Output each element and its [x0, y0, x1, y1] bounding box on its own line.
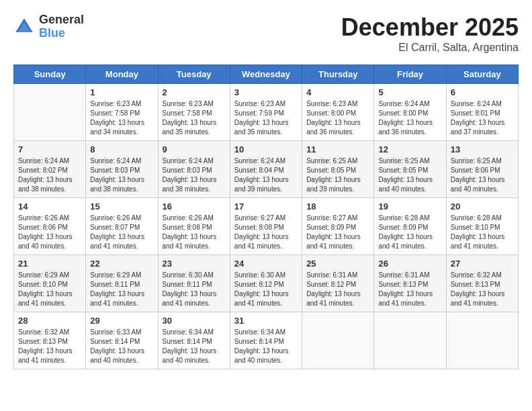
- calendar-cell: 26Sunrise: 6:31 AMSunset: 8:13 PMDayligh…: [374, 255, 446, 312]
- day-number: 14: [18, 201, 81, 212]
- day-info: Sunrise: 6:27 AMSunset: 8:09 PMDaylight:…: [306, 214, 369, 251]
- calendar-title: December 2025: [341, 13, 519, 42]
- day-info: Sunrise: 6:25 AMSunset: 8:06 PMDaylight:…: [451, 156, 514, 194]
- day-number: 22: [90, 259, 153, 269]
- weekday-header-saturday: Saturday: [446, 65, 518, 84]
- day-number: 4: [306, 87, 369, 97]
- day-info: Sunrise: 6:23 AMSunset: 7:59 PMDaylight:…: [234, 99, 298, 137]
- day-number: 25: [306, 259, 369, 269]
- calendar-cell: 15Sunrise: 6:26 AMSunset: 8:07 PMDayligh…: [86, 198, 158, 255]
- calendar-week-3: 14Sunrise: 6:26 AMSunset: 8:06 PMDayligh…: [14, 198, 519, 255]
- day-number: 21: [18, 259, 81, 269]
- day-info: Sunrise: 6:34 AMSunset: 8:14 PMDaylight:…: [234, 328, 298, 365]
- day-number: 8: [90, 144, 153, 154]
- day-number: 29: [90, 316, 153, 326]
- calendar-week-1: 1Sunrise: 6:23 AMSunset: 7:58 PMDaylight…: [14, 84, 519, 141]
- day-number: 12: [378, 144, 441, 154]
- calendar-cell: 29Sunrise: 6:33 AMSunset: 8:14 PMDayligh…: [86, 312, 158, 369]
- calendar-week-5: 28Sunrise: 6:32 AMSunset: 8:13 PMDayligh…: [14, 312, 519, 369]
- calendar-cell: 21Sunrise: 6:29 AMSunset: 8:10 PMDayligh…: [14, 255, 86, 312]
- day-info: Sunrise: 6:24 AMSunset: 8:03 PMDaylight:…: [90, 156, 153, 194]
- day-info: Sunrise: 6:27 AMSunset: 8:08 PMDaylight:…: [234, 214, 298, 251]
- day-info: Sunrise: 6:29 AMSunset: 8:11 PMDaylight:…: [90, 271, 153, 308]
- day-number: 2: [163, 87, 226, 97]
- calendar-cell: 1Sunrise: 6:23 AMSunset: 7:58 PMDaylight…: [86, 84, 158, 141]
- day-info: Sunrise: 6:30 AMSunset: 8:12 PMDaylight:…: [234, 271, 298, 308]
- calendar-cell: 2Sunrise: 6:23 AMSunset: 7:58 PMDaylight…: [158, 84, 230, 141]
- day-info: Sunrise: 6:23 AMSunset: 7:58 PMDaylight:…: [90, 99, 153, 137]
- logo-icon: [13, 16, 35, 38]
- day-info: Sunrise: 6:23 AMSunset: 8:00 PMDaylight:…: [306, 99, 369, 137]
- calendar-cell: 30Sunrise: 6:34 AMSunset: 8:14 PMDayligh…: [158, 312, 230, 369]
- calendar-cell: 4Sunrise: 6:23 AMSunset: 8:00 PMDaylight…: [302, 84, 374, 141]
- day-number: 26: [378, 259, 441, 269]
- calendar-cell: [302, 312, 374, 369]
- calendar-cell: 16Sunrise: 6:26 AMSunset: 8:08 PMDayligh…: [158, 198, 230, 255]
- day-info: Sunrise: 6:29 AMSunset: 8:10 PMDaylight:…: [18, 271, 81, 308]
- day-number: 31: [234, 316, 298, 326]
- weekday-row: SundayMondayTuesdayWednesdayThursdayFrid…: [14, 65, 519, 84]
- day-info: Sunrise: 6:32 AMSunset: 8:13 PMDaylight:…: [18, 328, 81, 365]
- day-info: Sunrise: 6:23 AMSunset: 7:58 PMDaylight:…: [163, 99, 226, 137]
- calendar-cell: 3Sunrise: 6:23 AMSunset: 7:59 PMDaylight…: [230, 84, 302, 141]
- calendar-cell: 10Sunrise: 6:24 AMSunset: 8:04 PMDayligh…: [230, 141, 302, 198]
- calendar-cell: 6Sunrise: 6:24 AMSunset: 8:01 PMDaylight…: [446, 84, 518, 141]
- day-number: 23: [163, 259, 226, 269]
- day-info: Sunrise: 6:26 AMSunset: 8:08 PMDaylight:…: [163, 214, 226, 251]
- day-info: Sunrise: 6:28 AMSunset: 8:09 PMDaylight:…: [378, 214, 441, 251]
- calendar-cell: 28Sunrise: 6:32 AMSunset: 8:13 PMDayligh…: [14, 312, 86, 369]
- calendar-subtitle: El Carril, Salta, Argentina: [341, 42, 519, 54]
- calendar-cell: 20Sunrise: 6:28 AMSunset: 8:10 PMDayligh…: [446, 198, 518, 255]
- calendar-header: SundayMondayTuesdayWednesdayThursdayFrid…: [14, 65, 519, 84]
- calendar-cell: 11Sunrise: 6:25 AMSunset: 8:05 PMDayligh…: [302, 141, 374, 198]
- day-info: Sunrise: 6:33 AMSunset: 8:14 PMDaylight:…: [90, 328, 153, 365]
- calendar-cell: 13Sunrise: 6:25 AMSunset: 8:06 PMDayligh…: [446, 141, 518, 198]
- day-number: 10: [234, 144, 298, 154]
- calendar-cell: 7Sunrise: 6:24 AMSunset: 8:02 PMDaylight…: [14, 141, 86, 198]
- day-info: Sunrise: 6:24 AMSunset: 8:00 PMDaylight:…: [378, 99, 441, 137]
- day-info: Sunrise: 6:28 AMSunset: 8:10 PMDaylight:…: [451, 214, 514, 251]
- calendar-cell: [374, 312, 446, 369]
- day-number: 30: [163, 316, 226, 326]
- day-info: Sunrise: 6:24 AMSunset: 8:04 PMDaylight:…: [234, 156, 298, 194]
- day-number: 20: [451, 201, 514, 212]
- calendar-week-4: 21Sunrise: 6:29 AMSunset: 8:10 PMDayligh…: [14, 255, 519, 312]
- day-number: 16: [163, 201, 226, 212]
- day-info: Sunrise: 6:24 AMSunset: 8:01 PMDaylight:…: [451, 99, 514, 137]
- calendar-cell: 24Sunrise: 6:30 AMSunset: 8:12 PMDayligh…: [230, 255, 302, 312]
- day-number: 17: [234, 201, 298, 212]
- calendar-cell: 27Sunrise: 6:32 AMSunset: 8:13 PMDayligh…: [446, 255, 518, 312]
- weekday-header-friday: Friday: [374, 65, 446, 84]
- calendar-cell: 8Sunrise: 6:24 AMSunset: 8:03 PMDaylight…: [86, 141, 158, 198]
- day-number: 19: [378, 201, 441, 212]
- day-info: Sunrise: 6:30 AMSunset: 8:11 PMDaylight:…: [163, 271, 226, 308]
- logo-text: General Blue: [39, 13, 84, 40]
- calendar-week-2: 7Sunrise: 6:24 AMSunset: 8:02 PMDaylight…: [14, 141, 519, 198]
- weekday-header-monday: Monday: [86, 65, 158, 84]
- day-number: 9: [163, 144, 226, 154]
- day-number: 5: [378, 87, 441, 97]
- calendar-cell: 14Sunrise: 6:26 AMSunset: 8:06 PMDayligh…: [14, 198, 86, 255]
- calendar-cell: 22Sunrise: 6:29 AMSunset: 8:11 PMDayligh…: [86, 255, 158, 312]
- day-number: 6: [451, 87, 514, 97]
- weekday-header-sunday: Sunday: [14, 65, 86, 84]
- weekday-header-tuesday: Tuesday: [158, 65, 230, 84]
- calendar-cell: 25Sunrise: 6:31 AMSunset: 8:12 PMDayligh…: [302, 255, 374, 312]
- day-number: 15: [90, 201, 153, 212]
- calendar-cell: 19Sunrise: 6:28 AMSunset: 8:09 PMDayligh…: [374, 198, 446, 255]
- day-number: 3: [234, 87, 298, 97]
- day-info: Sunrise: 6:24 AMSunset: 8:03 PMDaylight:…: [163, 156, 226, 194]
- calendar-cell: 17Sunrise: 6:27 AMSunset: 8:08 PMDayligh…: [230, 198, 302, 255]
- day-number: 11: [306, 144, 369, 154]
- day-info: Sunrise: 6:31 AMSunset: 8:13 PMDaylight:…: [378, 271, 441, 308]
- calendar-cell: 9Sunrise: 6:24 AMSunset: 8:03 PMDaylight…: [158, 141, 230, 198]
- logo-general: General: [39, 13, 84, 26]
- day-info: Sunrise: 6:26 AMSunset: 8:06 PMDaylight:…: [18, 214, 81, 251]
- calendar-cell: [14, 84, 86, 141]
- calendar-body: 1Sunrise: 6:23 AMSunset: 7:58 PMDaylight…: [14, 84, 519, 369]
- day-number: 27: [451, 259, 514, 269]
- day-info: Sunrise: 6:31 AMSunset: 8:12 PMDaylight:…: [306, 271, 369, 308]
- logo-blue: Blue: [39, 26, 65, 40]
- calendar-cell: 5Sunrise: 6:24 AMSunset: 8:00 PMDaylight…: [374, 84, 446, 141]
- calendar-cell: [446, 312, 518, 369]
